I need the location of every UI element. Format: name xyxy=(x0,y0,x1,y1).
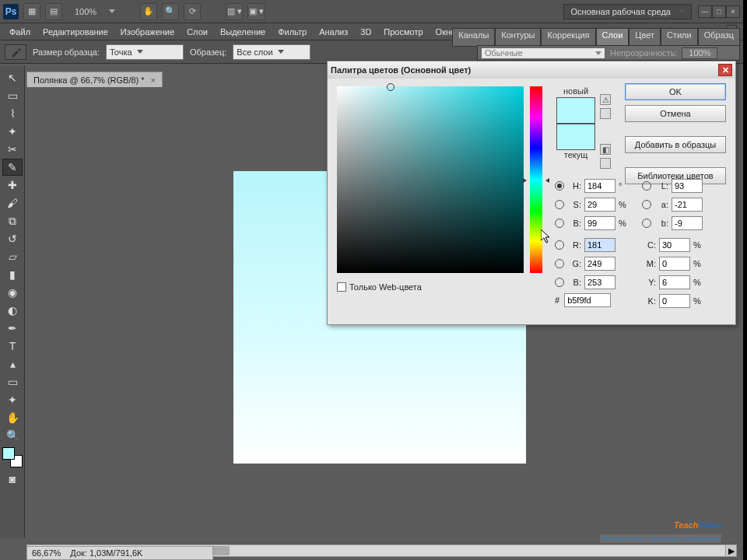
fg-color-swatch[interactable] xyxy=(2,447,15,460)
move-tool[interactable]: ↖ xyxy=(2,69,23,86)
radio-g[interactable] xyxy=(555,259,564,268)
m-field[interactable] xyxy=(659,257,690,271)
lb-field[interactable] xyxy=(672,216,703,230)
menu-3d[interactable]: 3D xyxy=(354,27,377,37)
hand-tool[interactable]: ✋ xyxy=(2,409,23,426)
shape-tool[interactable]: ▭ xyxy=(2,373,23,390)
tab-styles[interactable]: Стили xyxy=(661,28,698,47)
eraser-tool[interactable]: ▱ xyxy=(2,248,23,265)
k-field[interactable] xyxy=(659,294,690,308)
quickmask-tool[interactable]: ◙ xyxy=(2,471,23,488)
sv-cursor[interactable] xyxy=(387,83,395,91)
a-field[interactable] xyxy=(672,198,703,212)
opacity-field[interactable]: 100% xyxy=(682,47,717,59)
tab-color[interactable]: Цвет xyxy=(629,28,661,47)
radio-r[interactable] xyxy=(555,240,564,250)
crop-tool[interactable]: ✂ xyxy=(2,141,23,158)
tab-channels[interactable]: Каналы xyxy=(452,28,495,47)
rotate-view-icon[interactable]: ⟳ xyxy=(184,3,201,20)
websafe-swatch[interactable] xyxy=(600,158,611,169)
sat-val-field[interactable] xyxy=(337,86,524,273)
tab-adjust[interactable]: Коррекция xyxy=(541,28,595,47)
screen-mode-icon[interactable]: ▣ ▾ xyxy=(247,3,265,20)
menu-view[interactable]: Просмотр xyxy=(377,27,429,37)
c-field[interactable] xyxy=(659,238,690,252)
minimize-button[interactable]: — xyxy=(698,5,712,18)
heal-tool[interactable]: ✚ xyxy=(2,177,23,194)
bv-field[interactable] xyxy=(584,216,615,230)
menu-layers[interactable]: Слои xyxy=(181,27,214,37)
y-field[interactable] xyxy=(659,275,690,289)
dialog-titlebar[interactable]: Палитра цветов (Основной цвет) ✕ xyxy=(328,61,735,79)
menu-edit[interactable]: Редактирование xyxy=(37,27,114,37)
hue-slider[interactable] xyxy=(530,86,542,273)
hand-icon[interactable]: ✋ xyxy=(140,3,157,20)
history-toggle-icon[interactable]: ▤ xyxy=(45,3,62,20)
radio-h[interactable] xyxy=(555,181,564,191)
tab-paths[interactable]: Контуры xyxy=(495,28,541,47)
radio-l[interactable] xyxy=(642,181,651,191)
hex-field[interactable] xyxy=(564,293,611,307)
dodge-tool[interactable]: ◐ xyxy=(2,302,23,319)
wand-tool[interactable]: ✦ xyxy=(2,123,23,140)
workspace-dropdown[interactable]: Основная рабочая среда xyxy=(563,4,692,19)
menu-select[interactable]: Выделение xyxy=(214,27,272,37)
document-tab[interactable]: Полянка @ 66,7% (RGB/8) * × xyxy=(26,72,163,87)
gamut-warning-icon[interactable]: ⚠ xyxy=(600,94,611,105)
top-zoom[interactable]: 100% xyxy=(67,7,104,16)
eyedropper-tool[interactable]: ✎ xyxy=(2,159,23,176)
current-color-swatch[interactable] xyxy=(556,124,595,150)
maximize-button[interactable]: □ xyxy=(712,5,726,18)
zoom-tool[interactable]: 🔍 xyxy=(2,427,23,444)
r-field[interactable] xyxy=(584,238,615,252)
brush-tool[interactable]: 🖌 xyxy=(2,194,23,212)
menu-image[interactable]: Изображение xyxy=(114,27,181,37)
history-brush-tool[interactable]: ↺ xyxy=(2,230,23,247)
tab-swatches[interactable]: Образц xyxy=(698,28,740,47)
blur-tool[interactable]: ◉ xyxy=(2,284,23,301)
3d-tool[interactable]: ✦ xyxy=(2,391,23,408)
blend-mode-dropdown[interactable]: Обычные xyxy=(481,47,605,59)
websafe-warning-icon[interactable]: ◧ xyxy=(600,144,611,155)
status-zoom[interactable]: 66,67% xyxy=(32,548,61,558)
g-field[interactable] xyxy=(584,257,615,271)
gradient-tool[interactable]: ▮ xyxy=(2,266,23,283)
close-button[interactable]: × xyxy=(726,5,740,18)
type-tool[interactable]: T xyxy=(2,338,23,355)
dialog-close-button[interactable]: ✕ xyxy=(718,64,732,76)
bridge-icon[interactable]: ▦ xyxy=(23,3,40,20)
menu-file[interactable]: Файл xyxy=(3,27,37,37)
radio-bb[interactable] xyxy=(555,278,564,287)
tab-layers[interactable]: Слои xyxy=(596,28,630,47)
menu-analysis[interactable]: Анализ xyxy=(313,27,354,37)
sample-size-dropdown[interactable]: Точка xyxy=(106,44,184,60)
radio-lb[interactable] xyxy=(642,219,651,228)
menu-filter[interactable]: Фильтр xyxy=(272,27,313,37)
web-only-checkbox[interactable] xyxy=(337,282,346,292)
ok-button[interactable]: OK xyxy=(625,83,726,100)
arrange-docs-icon[interactable]: ▥ ▾ xyxy=(226,3,243,20)
bb-field[interactable] xyxy=(584,275,615,289)
color-swatches[interactable] xyxy=(2,447,23,467)
path-select-tool[interactable]: ▴ xyxy=(2,355,23,373)
lasso-tool[interactable]: ⌇ xyxy=(2,105,23,122)
radio-b[interactable] xyxy=(555,219,564,228)
radio-a[interactable] xyxy=(642,200,651,209)
watermark-sub: Интерактивное обучающее телевидение xyxy=(600,534,721,543)
l-field[interactable] xyxy=(672,179,703,193)
add-swatch-button[interactable]: Добавить в образцы xyxy=(625,136,726,153)
sample-layers-dropdown[interactable]: Все слои xyxy=(233,44,310,60)
pen-tool[interactable]: ✒ xyxy=(2,320,23,337)
radio-s[interactable] xyxy=(555,200,564,209)
scroll-right-arrow[interactable]: ▶ xyxy=(725,545,736,556)
cancel-button[interactable]: Отмена xyxy=(625,105,726,122)
marquee-tool[interactable]: ▭ xyxy=(2,87,23,104)
h-field[interactable] xyxy=(584,179,615,193)
close-icon[interactable]: × xyxy=(151,75,156,85)
zoom-icon[interactable]: 🔍 xyxy=(162,3,179,20)
s-field[interactable] xyxy=(584,198,615,212)
stamp-tool[interactable]: ⧉ xyxy=(2,212,23,229)
gamut-swatch[interactable] xyxy=(600,108,611,119)
chevron-down-icon[interactable] xyxy=(109,9,115,13)
tool-preset-button[interactable] xyxy=(5,44,26,60)
